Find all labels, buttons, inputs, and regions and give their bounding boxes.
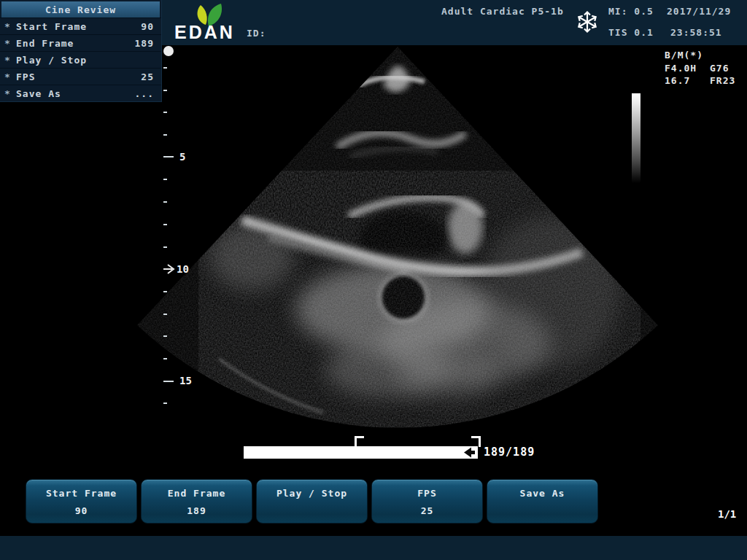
frame-rate-value: FR23 bbox=[710, 75, 735, 86]
knob-bullet: * bbox=[4, 38, 16, 49]
patient-id-label: ID: bbox=[247, 28, 266, 39]
play-stop-button[interactable]: Play / Stop bbox=[256, 479, 368, 524]
depth-ruler bbox=[163, 68, 174, 403]
cine-review-menu: Cine Review * Start Frame 90 * End Frame… bbox=[0, 0, 162, 102]
knob-bullet: * bbox=[4, 21, 16, 32]
save-as-button[interactable]: Save As bbox=[487, 479, 598, 524]
gain-value: G76 bbox=[710, 63, 729, 74]
depth-label-15: 15 bbox=[179, 375, 192, 386]
frame-counter: 189/189 bbox=[484, 446, 535, 459]
depth-value: 16.7 bbox=[665, 75, 690, 86]
edan-logo: EDAN bbox=[174, 22, 235, 43]
knob-bullet: * bbox=[4, 71, 16, 82]
menu-item-value: ... bbox=[135, 88, 154, 99]
frequency-value: F4.0H bbox=[665, 63, 697, 74]
system-date: 2017/11/29 bbox=[667, 6, 731, 17]
end-frame-marker bbox=[471, 436, 481, 447]
menu-item-play-stop[interactable]: * Play / Stop bbox=[0, 51, 161, 68]
menu-item-value: 189 bbox=[135, 38, 154, 49]
softkey-page-indicator: 1/1 bbox=[718, 508, 736, 520]
button-value: 90 bbox=[75, 505, 88, 516]
knob-bullet: * bbox=[4, 88, 16, 99]
freeze-snowflake-icon bbox=[575, 9, 600, 34]
cine-progress-bar[interactable] bbox=[244, 446, 478, 459]
grayscale-bar bbox=[632, 93, 640, 183]
knob-bullet: * bbox=[4, 55, 16, 66]
start-frame-button[interactable]: Start Frame 90 bbox=[26, 479, 137, 524]
fps-button[interactable]: FPS 25 bbox=[371, 479, 483, 524]
focus-marker-icon bbox=[163, 265, 174, 273]
menu-item-value: 25 bbox=[141, 71, 154, 82]
menu-item-value: 90 bbox=[141, 21, 154, 32]
menu-item-end-frame[interactable]: * End Frame 189 bbox=[0, 34, 161, 51]
menu-item-start-frame[interactable]: * Start Frame 90 bbox=[0, 18, 161, 34]
probe-orientation-marker bbox=[163, 46, 174, 56]
ultrasound-screen: EDAN ID: Adult Cardiac P5-1b MI: 0.5 201… bbox=[0, 0, 747, 560]
cine-position-arrow-icon bbox=[464, 447, 476, 458]
menu-title: Cine Review bbox=[1, 1, 160, 18]
depth-label-10: 10 bbox=[177, 263, 189, 275]
preset-probe-label: Adult Cardiac P5-1b bbox=[441, 6, 564, 17]
tis-value: TIS 0.1 bbox=[608, 27, 654, 38]
button-value: 25 bbox=[421, 505, 434, 516]
depth-label-5: 5 bbox=[179, 151, 185, 163]
system-time: 23:58:51 bbox=[670, 27, 722, 38]
imaging-mode: B/M(*) bbox=[665, 50, 703, 61]
menu-item-fps[interactable]: * FPS 25 bbox=[0, 68, 161, 85]
status-bar: Adult Cardiac bbox=[0, 536, 747, 560]
mi-value: MI: 0.5 bbox=[608, 6, 654, 17]
menu-item-save-as[interactable]: * Save As ... bbox=[0, 85, 161, 101]
end-frame-button[interactable]: End Frame 189 bbox=[141, 479, 252, 524]
button-value: 189 bbox=[187, 505, 206, 516]
start-frame-marker bbox=[355, 436, 364, 447]
